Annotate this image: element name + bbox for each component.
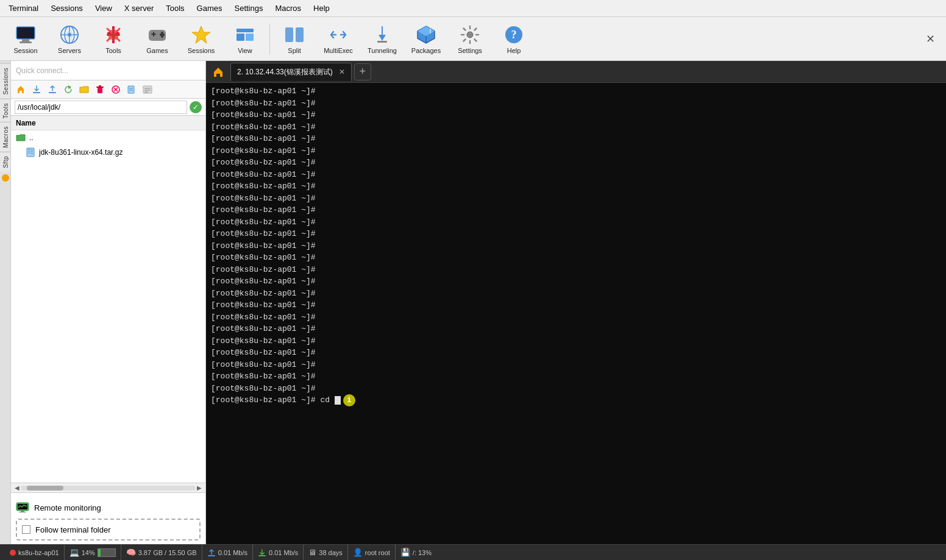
scroll-thumb[interactable] [27,486,63,491]
menu-help[interactable]: Help [307,1,336,15]
disk-icon: 💾 [400,548,410,557]
file-refresh-btn[interactable] [61,82,76,97]
menu-macros[interactable]: Macros [269,1,307,15]
menu-terminal[interactable]: Terminal [2,1,44,15]
new-tab-button[interactable]: + [354,63,371,80]
scroll-track[interactable] [21,486,196,491]
disk-label: /: 13% [413,549,432,556]
tab-close-button[interactable]: ✕ [339,68,345,76]
tab-label: 2. 10.32.44.33(锦溪报表测试) [237,67,333,77]
svg-point-21 [161,35,163,38]
tab-bar: 2. 10.32.44.33(锦溪报表测试) ✕ + [206,61,946,83]
games-icon [146,24,168,46]
cpu-percent: 14% [82,549,95,556]
vtab-macros[interactable]: Macros [0,122,10,152]
toolbar-packages-label: Packages [411,47,441,54]
tunneling-icon [371,24,393,46]
name-column-header: Name [16,119,36,127]
file-upload-btn[interactable] [45,82,60,97]
connection-status-dot [10,550,16,556]
svg-rect-46 [128,86,134,93]
toolbar-session-label: Session [13,47,37,54]
path-input[interactable] [15,101,187,114]
scroll-right-btn[interactable]: ▶ [196,484,203,491]
toolbar-packages[interactable]: Packages [405,19,447,58]
file-item-parent[interactable]: .. [11,130,205,145]
terminal-line: [root@ks8u-bz-ap01 ~]# [211,85,941,97]
svg-rect-29 [377,41,387,43]
file-rename-btn[interactable] [124,82,139,97]
menu-games[interactable]: Games [191,1,229,15]
menu-sessions[interactable]: Sessions [44,1,89,15]
view-icon [234,24,256,46]
toolbar-multiexec[interactable]: MultiExec [318,19,359,58]
file-properties-btn[interactable] [140,82,155,97]
file-delete-btn[interactable] [93,82,107,97]
home-tab-button[interactable] [208,62,228,82]
follow-folder-label: Follow terminal folder [35,525,111,534]
file-download-btn[interactable] [29,82,44,97]
terminal-tab[interactable]: 2. 10.32.44.33(锦溪报表测试) ✕ [230,63,352,81]
status-bar: ks8u-bz-ap01 💻 14% 🧠 3.87 GB / 15.50 GB … [0,544,946,560]
menu-tools[interactable]: Tools [160,1,190,15]
path-confirm-button[interactable]: ✓ [190,101,202,113]
memory-icon: 🧠 [126,548,136,557]
upload-icon [207,548,216,557]
svg-rect-26 [285,27,293,42]
terminal-content[interactable]: [root@ks8u-bz-ap01 ~]# [root@ks8u-bz-ap0… [206,83,946,544]
toolbar-tools[interactable]: Tools [93,19,134,58]
follow-folder-checkbox[interactable] [22,525,30,534]
toolbar-view-label: View [238,47,252,54]
toolbar-sessions-label: Sessions [188,47,215,54]
menu-view[interactable]: View [89,1,118,15]
monitor-icon [16,502,29,513]
terminal-line: [root@ks8u-bz-ap01 ~]# [211,359,941,371]
svg-rect-14 [112,28,115,41]
terminal-line: [root@ks8u-bz-ap01 ~]# [211,216,941,229]
toolbar-session[interactable]: Session [5,19,46,58]
file-list-header: Name [11,116,205,130]
download-icon [258,548,266,557]
close-button[interactable]: ✕ [920,30,941,48]
vtab-tools[interactable]: Tools [0,99,10,122]
toolbar-games[interactable]: Games [137,19,178,58]
menu-bar: Terminal Sessions View X server Tools Ga… [0,0,946,17]
terminal-line: [root@ks8u-bz-ap01 ~]# [211,204,941,216]
status-hostname: ks8u-bz-ap01 [5,545,65,560]
vtab-sessions[interactable]: Sessions [0,63,10,99]
toolbar-sessions[interactable]: Sessions [180,19,222,58]
file-toolbar [11,80,205,99]
remote-monitoring[interactable]: Remote monitoring [16,497,201,519]
toolbar-help[interactable]: ? Help [493,19,535,58]
toolbar-settings[interactable]: Settings [449,19,491,58]
svg-rect-24 [237,34,244,41]
terminal-line: [root@ks8u-bz-ap01 ~]# [211,157,941,169]
split-icon [283,24,305,46]
vtab-sftp[interactable]: Sftp [0,152,10,172]
toolbar-servers[interactable]: Servers [49,19,90,58]
status-memory: 🧠 3.87 GB / 15.50 GB [121,545,202,560]
left-panel: Quick connect... [11,61,206,544]
vertical-tabs: Sessions Tools Macros Sftp [0,61,11,544]
file-cancel-btn[interactable] [108,82,123,97]
horizontal-scrollbar[interactable]: ◀ ▶ [11,483,205,492]
download-speed: 0.01 Mb/s [269,549,298,556]
svg-rect-38 [49,92,56,93]
toolbar-split[interactable]: Split [274,19,315,58]
file-home-btn[interactable] [13,82,28,97]
tools-icon [102,24,124,46]
menu-settings[interactable]: Settings [229,1,269,15]
svg-rect-56 [28,152,30,154]
svg-rect-53 [27,148,34,157]
svg-rect-3 [17,27,34,38]
toolbar-view[interactable]: View [224,19,266,58]
multiexec-icon [327,24,349,46]
scroll-left-btn[interactable]: ◀ [13,484,21,491]
toolbar-tunneling[interactable]: Tunneling [361,19,403,58]
menu-xserver[interactable]: X server [118,1,160,15]
file-folder-btn[interactable] [77,82,91,97]
toolbar-tools-label: Tools [105,47,121,54]
sessions-icon [190,24,212,46]
settings-icon [459,24,481,46]
file-item-jdk[interactable]: jdk-8u361-linux-x64.tar.gz [21,145,205,160]
